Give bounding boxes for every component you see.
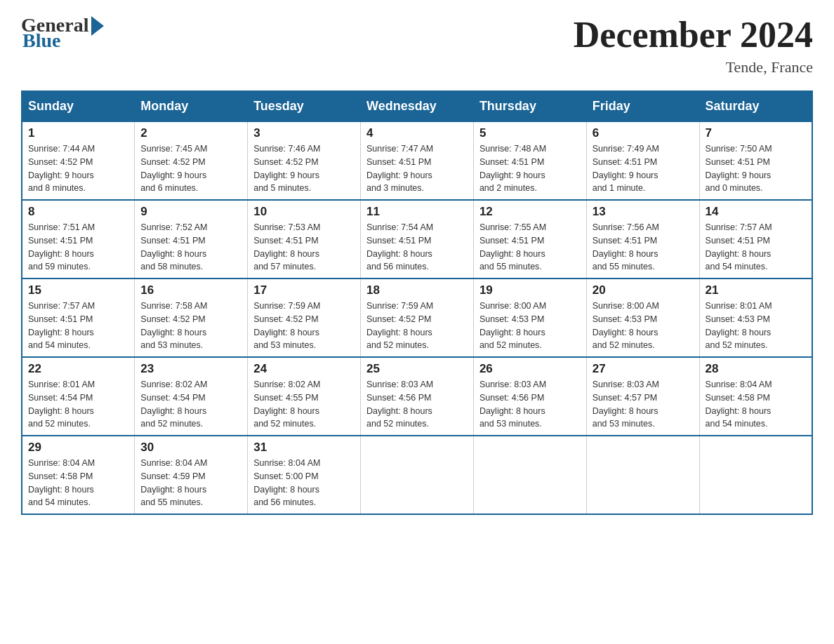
- day-info: Sunrise: 8:01 AM Sunset: 4:54 PM Dayligh…: [28, 378, 128, 431]
- day-number: 1: [28, 126, 128, 140]
- calendar-cell: 13 Sunrise: 7:56 AM Sunset: 4:51 PM Dayl…: [586, 200, 699, 279]
- day-info: Sunrise: 7:59 AM Sunset: 4:52 PM Dayligh…: [253, 300, 355, 352]
- calendar-cell: 29 Sunrise: 8:04 AM Sunset: 4:58 PM Dayl…: [22, 436, 135, 514]
- calendar-week-5: 29 Sunrise: 8:04 AM Sunset: 4:58 PM Dayl…: [22, 436, 812, 514]
- day-info: Sunrise: 7:56 AM Sunset: 4:51 PM Dayligh…: [593, 221, 694, 274]
- calendar-header-row: Sunday Monday Tuesday Wednesday Thursday…: [22, 91, 812, 121]
- calendar-week-1: 1 Sunrise: 7:44 AM Sunset: 4:52 PM Dayli…: [22, 121, 812, 200]
- day-number: 6: [593, 126, 694, 140]
- logo: General Blue: [21, 14, 104, 52]
- day-info: Sunrise: 7:53 AM Sunset: 4:51 PM Dayligh…: [253, 221, 355, 274]
- calendar-cell: 24 Sunrise: 8:02 AM Sunset: 4:55 PM Dayl…: [248, 357, 361, 436]
- calendar-cell: [361, 436, 474, 514]
- day-info: Sunrise: 7:57 AM Sunset: 4:51 PM Dayligh…: [28, 300, 128, 352]
- day-info: Sunrise: 7:54 AM Sunset: 4:51 PM Dayligh…: [366, 221, 468, 274]
- calendar-cell: 23 Sunrise: 8:02 AM Sunset: 4:54 PM Dayl…: [135, 357, 248, 436]
- day-info: Sunrise: 7:45 AM Sunset: 4:52 PM Dayligh…: [140, 142, 241, 195]
- calendar-cell: 5 Sunrise: 7:48 AM Sunset: 4:51 PM Dayli…: [473, 121, 586, 200]
- calendar-cell: 2 Sunrise: 7:45 AM Sunset: 4:52 PM Dayli…: [135, 121, 248, 200]
- day-number: 16: [140, 283, 241, 297]
- day-number: 13: [593, 205, 694, 219]
- day-info: Sunrise: 8:04 AM Sunset: 4:58 PM Dayligh…: [706, 378, 806, 431]
- calendar-week-2: 8 Sunrise: 7:51 AM Sunset: 4:51 PM Dayli…: [22, 200, 812, 279]
- day-info: Sunrise: 8:03 AM Sunset: 4:56 PM Dayligh…: [479, 378, 581, 431]
- day-info: Sunrise: 7:52 AM Sunset: 4:51 PM Dayligh…: [140, 221, 241, 274]
- calendar-cell: 17 Sunrise: 7:59 AM Sunset: 4:52 PM Dayl…: [248, 279, 361, 357]
- calendar-cell: 31 Sunrise: 8:04 AM Sunset: 5:00 PM Dayl…: [248, 436, 361, 514]
- day-number: 14: [706, 205, 806, 219]
- day-info: Sunrise: 8:04 AM Sunset: 4:58 PM Dayligh…: [28, 457, 128, 509]
- day-number: 17: [253, 283, 355, 297]
- day-number: 18: [366, 283, 468, 297]
- day-info: Sunrise: 8:00 AM Sunset: 4:53 PM Dayligh…: [479, 300, 581, 352]
- location-text: Tende, France: [574, 58, 813, 76]
- calendar-cell: 15 Sunrise: 7:57 AM Sunset: 4:51 PM Dayl…: [22, 279, 135, 357]
- day-number: 8: [28, 205, 128, 219]
- day-info: Sunrise: 7:58 AM Sunset: 4:52 PM Dayligh…: [140, 300, 241, 352]
- day-number: 24: [253, 362, 355, 376]
- day-info: Sunrise: 8:04 AM Sunset: 4:59 PM Dayligh…: [140, 457, 241, 509]
- calendar-cell: 3 Sunrise: 7:46 AM Sunset: 4:52 PM Dayli…: [248, 121, 361, 200]
- day-number: 22: [28, 362, 128, 376]
- calendar-cell: 22 Sunrise: 8:01 AM Sunset: 4:54 PM Dayl…: [22, 357, 135, 436]
- calendar-cell: 18 Sunrise: 7:59 AM Sunset: 4:52 PM Dayl…: [361, 279, 474, 357]
- month-title: December 2024: [574, 14, 813, 55]
- calendar-cell: 19 Sunrise: 8:00 AM Sunset: 4:53 PM Dayl…: [473, 279, 586, 357]
- calendar-cell: 20 Sunrise: 8:00 AM Sunset: 4:53 PM Dayl…: [586, 279, 699, 357]
- col-friday: Friday: [586, 91, 699, 121]
- day-info: Sunrise: 8:00 AM Sunset: 4:53 PM Dayligh…: [593, 300, 694, 352]
- day-number: 25: [366, 362, 468, 376]
- col-wednesday: Wednesday: [361, 91, 474, 121]
- day-number: 7: [706, 126, 806, 140]
- day-info: Sunrise: 7:51 AM Sunset: 4:51 PM Dayligh…: [28, 221, 128, 274]
- calendar-week-3: 15 Sunrise: 7:57 AM Sunset: 4:51 PM Dayl…: [22, 279, 812, 357]
- day-info: Sunrise: 8:03 AM Sunset: 4:56 PM Dayligh…: [366, 378, 468, 431]
- title-section: December 2024 Tende, France: [574, 14, 813, 76]
- col-monday: Monday: [135, 91, 248, 121]
- calendar-cell: 11 Sunrise: 7:54 AM Sunset: 4:51 PM Dayl…: [361, 200, 474, 279]
- day-number: 15: [28, 283, 128, 297]
- calendar-week-4: 22 Sunrise: 8:01 AM Sunset: 4:54 PM Dayl…: [22, 357, 812, 436]
- calendar-cell: 16 Sunrise: 7:58 AM Sunset: 4:52 PM Dayl…: [135, 279, 248, 357]
- day-info: Sunrise: 8:02 AM Sunset: 4:54 PM Dayligh…: [140, 378, 241, 431]
- day-number: 11: [366, 205, 468, 219]
- logo-arrow-icon: [91, 16, 104, 36]
- day-number: 4: [366, 126, 468, 140]
- calendar-cell: 9 Sunrise: 7:52 AM Sunset: 4:51 PM Dayli…: [135, 200, 248, 279]
- day-info: Sunrise: 8:01 AM Sunset: 4:53 PM Dayligh…: [706, 300, 806, 352]
- day-info: Sunrise: 7:55 AM Sunset: 4:51 PM Dayligh…: [479, 221, 581, 274]
- calendar-cell: [699, 436, 812, 514]
- day-number: 29: [28, 441, 128, 455]
- day-number: 2: [140, 126, 241, 140]
- logo-blue-text: Blue: [22, 29, 60, 52]
- day-number: 12: [479, 205, 581, 219]
- day-info: Sunrise: 8:04 AM Sunset: 5:00 PM Dayligh…: [253, 457, 355, 509]
- calendar-cell: [586, 436, 699, 514]
- calendar-cell: 10 Sunrise: 7:53 AM Sunset: 4:51 PM Dayl…: [248, 200, 361, 279]
- day-info: Sunrise: 8:03 AM Sunset: 4:57 PM Dayligh…: [593, 378, 694, 431]
- day-info: Sunrise: 7:49 AM Sunset: 4:51 PM Dayligh…: [593, 142, 694, 195]
- day-number: 30: [140, 441, 241, 455]
- calendar-cell: 6 Sunrise: 7:49 AM Sunset: 4:51 PM Dayli…: [586, 121, 699, 200]
- day-info: Sunrise: 7:48 AM Sunset: 4:51 PM Dayligh…: [479, 142, 581, 195]
- day-number: 21: [706, 283, 806, 297]
- day-number: 3: [253, 126, 355, 140]
- day-number: 26: [479, 362, 581, 376]
- calendar-cell: 27 Sunrise: 8:03 AM Sunset: 4:57 PM Dayl…: [586, 357, 699, 436]
- day-number: 20: [593, 283, 694, 297]
- day-info: Sunrise: 7:44 AM Sunset: 4:52 PM Dayligh…: [28, 142, 128, 195]
- day-number: 9: [140, 205, 241, 219]
- calendar-table: Sunday Monday Tuesday Wednesday Thursday…: [21, 90, 813, 515]
- day-number: 28: [706, 362, 806, 376]
- day-info: Sunrise: 7:59 AM Sunset: 4:52 PM Dayligh…: [366, 300, 468, 352]
- day-info: Sunrise: 8:02 AM Sunset: 4:55 PM Dayligh…: [253, 378, 355, 431]
- col-tuesday: Tuesday: [248, 91, 361, 121]
- calendar-cell: 4 Sunrise: 7:47 AM Sunset: 4:51 PM Dayli…: [361, 121, 474, 200]
- day-info: Sunrise: 7:57 AM Sunset: 4:51 PM Dayligh…: [706, 221, 806, 274]
- day-number: 31: [253, 441, 355, 455]
- day-info: Sunrise: 7:46 AM Sunset: 4:52 PM Dayligh…: [253, 142, 355, 195]
- calendar-cell: 28 Sunrise: 8:04 AM Sunset: 4:58 PM Dayl…: [699, 357, 812, 436]
- calendar-cell: 12 Sunrise: 7:55 AM Sunset: 4:51 PM Dayl…: [473, 200, 586, 279]
- day-number: 5: [479, 126, 581, 140]
- day-number: 27: [593, 362, 694, 376]
